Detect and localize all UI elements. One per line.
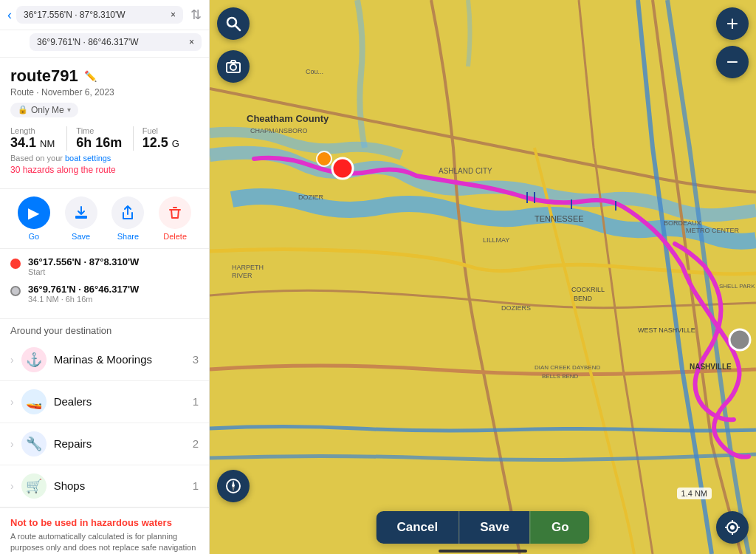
repairs-label: Repairs: [54, 437, 190, 450]
svg-text:BEND: BEND: [574, 295, 593, 302]
zoom-in-button[interactable]: +: [716, 7, 749, 40]
marinas-count: 3: [193, 353, 199, 366]
go-button[interactable]: ▶ Go: [16, 196, 52, 241]
action-buttons: ▶ Go Save Share D: [0, 188, 209, 249]
camera-button[interactable]: [217, 50, 250, 83]
search-button[interactable]: [217, 7, 250, 40]
map-save-button[interactable]: Save: [458, 511, 530, 544]
delete-icon: [159, 196, 191, 229]
svg-text:CHAPMANSBORO: CHAPMANSBORO: [250, 127, 308, 134]
lock-icon: 🔒: [18, 105, 28, 114]
dealers-icon: 🚤: [21, 389, 47, 414]
category-repairs[interactable]: › 🔧 Repairs 2: [0, 423, 209, 465]
svg-point-2: [729, 329, 750, 350]
shops-count: 1: [193, 479, 199, 492]
svg-text:TENNESSEE: TENNESSEE: [535, 214, 584, 223]
waypoint-start-dot: [10, 259, 21, 269]
waypoint-2-text: 36°9.761'N · 86°46.317'W: [37, 37, 139, 47]
go-icon: ▶: [18, 196, 50, 229]
svg-rect-1: [210, 0, 756, 554]
waypoint-end-coords: 36°9.761'N · 86°46.317'W: [28, 284, 139, 295]
marinas-chevron-icon: ›: [10, 354, 14, 366]
route-title-row: route791 ✏️: [10, 66, 199, 86]
map-svg: Cheatham County CHAPMANSBORO ASHLAND CIT…: [210, 0, 756, 554]
bottom-action-bar: Cancel Save Go: [376, 511, 589, 544]
waypoint-input-1[interactable]: 36°17.556'N · 87°8.310'W ×: [16, 6, 183, 24]
boat-settings-text: Based on your boat settings: [10, 154, 199, 163]
svg-text:LILLMAY: LILLMAY: [483, 236, 509, 244]
map-go-button[interactable]: Go: [530, 511, 590, 544]
category-marinas[interactable]: › ⚓ Marinas & Moorings 3: [0, 339, 209, 381]
waypoint-1-text: 36°17.556'N · 87°8.310'W: [24, 10, 126, 20]
around-destination-title: Around your destination: [0, 319, 209, 339]
repairs-chevron-icon: ›: [10, 438, 14, 450]
svg-marker-33: [232, 480, 235, 488]
svg-text:METRO CENTER: METRO CENTER: [686, 227, 740, 234]
svg-text:ASHLAND CITY: ASHLAND CITY: [439, 167, 492, 175]
svg-line-29: [236, 26, 240, 30]
waypoint-bar-1: ‹ 36°17.556'N · 87°8.310'W × ⇅: [0, 0, 209, 30]
clear-waypoint-2-button[interactable]: ×: [189, 37, 194, 47]
fuel-label: Fuel: [142, 126, 190, 135]
svg-text:Cheatham County: Cheatham County: [247, 113, 329, 124]
waypoint-end-sublabel: 34.1 NM · 6h 16m: [28, 295, 139, 304]
compass-button[interactable]: [217, 470, 250, 502]
category-dealers[interactable]: › 🚤 Dealers 1: [0, 381, 209, 423]
disclaimer-text: A route automatically calculated is for …: [10, 531, 199, 555]
repairs-icon: 🔧: [21, 431, 47, 456]
waypoint-start-coords: 36°17.556'N · 87°8.310'W: [28, 256, 139, 267]
svg-text:COCKRILL: COCKRILL: [571, 286, 605, 293]
svg-text:BORDEAUX: BORDEAUX: [664, 219, 701, 227]
waypoint-bar-2: 36°9.761'N · 86°46.317'W ×: [0, 30, 209, 58]
waypoint-input-2[interactable]: 36°9.761'N · 86°46.317'W ×: [30, 33, 202, 51]
svg-point-4: [317, 151, 331, 166]
waypoint-start-label: Start: [28, 267, 139, 276]
svg-text:DOZIER: DOZIER: [298, 194, 324, 201]
cancel-button[interactable]: Cancel: [376, 511, 458, 544]
svg-text:WEST NASHVILLE: WEST NASHVILLE: [638, 326, 695, 334]
edit-route-button[interactable]: ✏️: [84, 70, 97, 82]
disclaimer-title: Not to be used in hazardous waters: [10, 517, 199, 528]
dealers-count: 1: [193, 395, 199, 408]
svg-text:DOZIERS: DOZIERS: [501, 304, 531, 312]
map-scale: 1.4 NM: [677, 488, 712, 499]
save-button[interactable]: Save: [63, 196, 100, 241]
save-icon: [65, 196, 97, 229]
clear-waypoint-1-button[interactable]: ×: [171, 10, 176, 20]
svg-text:SHELL PARK: SHELL PARK: [719, 283, 755, 290]
back-button[interactable]: ‹: [7, 7, 12, 23]
svg-text:Cou...: Cou...: [306, 68, 323, 75]
time-label: Time: [76, 126, 123, 135]
chevron-down-icon: ▾: [67, 106, 71, 114]
boat-settings-link[interactable]: boat settings: [65, 154, 111, 163]
svg-point-31: [230, 64, 236, 70]
share-label: Share: [117, 232, 139, 241]
share-icon: [111, 196, 144, 229]
route-title: route791: [10, 66, 78, 86]
dealers-chevron-icon: ›: [10, 396, 14, 408]
length-label: Length: [10, 126, 58, 135]
shops-label: Shops: [54, 479, 190, 492]
svg-point-3: [332, 158, 353, 179]
swap-waypoints-button[interactable]: ⇅: [190, 7, 202, 23]
category-shops[interactable]: › 🛒 Shops 1: [0, 465, 209, 507]
privacy-badge[interactable]: 🔒 Only Me ▾: [10, 103, 78, 117]
privacy-label: Only Me: [31, 105, 64, 115]
svg-text:DIAN CREEK DAYBEND: DIAN CREEK DAYBEND: [535, 364, 600, 371]
go-label: Go: [29, 232, 40, 241]
svg-text:NASHVILLE: NASHVILLE: [690, 363, 732, 371]
delete-button[interactable]: Delete: [157, 196, 193, 241]
stat-fuel: Fuel 12.5 G: [133, 126, 199, 151]
svg-point-36: [730, 525, 735, 530]
repairs-count: 2: [193, 437, 199, 450]
share-button[interactable]: Share: [109, 196, 146, 241]
fuel-value: 12.5 G: [142, 135, 190, 151]
map-area[interactable]: Cheatham County CHAPMANSBORO ASHLAND CIT…: [210, 0, 756, 554]
stats-row: Length 34.1 NM Time 6h 16m Fuel 12.5 G: [10, 126, 199, 151]
waypoint-item-end: 36°9.761'N · 86°46.317'W 34.1 NM · 6h 16…: [10, 284, 199, 304]
hazard-warning: 30 hazards along the route: [10, 165, 199, 175]
svg-text:BELLS BEND: BELLS BEND: [542, 373, 579, 380]
zoom-out-button[interactable]: −: [716, 46, 749, 78]
disclaimer: Not to be used in hazardous waters A rou…: [0, 507, 209, 555]
locate-me-button[interactable]: [716, 511, 749, 544]
